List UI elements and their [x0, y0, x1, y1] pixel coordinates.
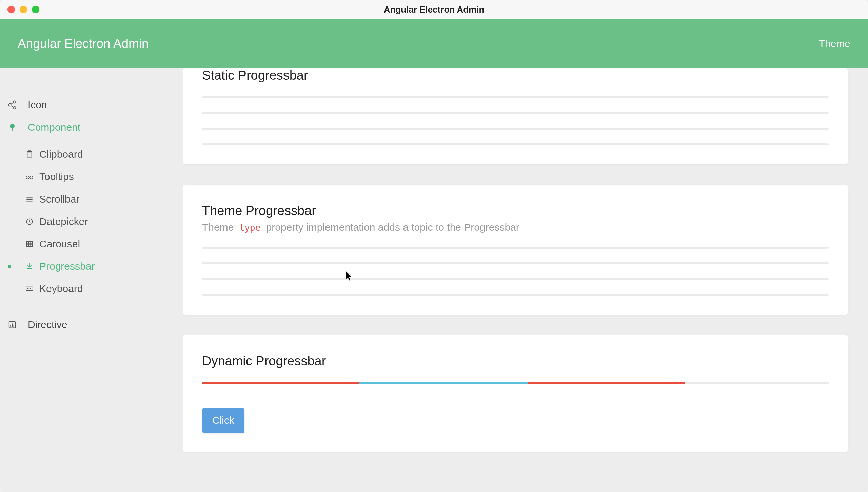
sidebar-subitem-scrollbar[interactable]: Scrollbar	[18, 188, 183, 210]
dynamic-progressbar-card: Dynamic Progressbar Click	[183, 335, 848, 452]
progressbar	[202, 278, 829, 280]
svg-point-26	[29, 288, 29, 288]
download-icon	[24, 262, 35, 271]
sidebar-item-label: Keyboard	[39, 283, 83, 295]
grid-icon	[24, 240, 35, 248]
progressbar	[202, 247, 829, 249]
progressbar	[202, 112, 829, 114]
svg-rect-6	[12, 128, 13, 131]
progressbar	[202, 143, 829, 145]
main-content: Static Progressbar Theme Progressbar The…	[183, 68, 868, 492]
sidebar-item-label: Tooltips	[39, 171, 74, 183]
sidebar-item-directive[interactable]: Directive	[0, 314, 183, 336]
svg-rect-18	[26, 241, 32, 246]
sidebar-item-label: Clipboard	[39, 149, 83, 160]
theme-progressbar-card: Theme Progressbar Theme type property im…	[183, 185, 848, 315]
svg-point-10	[30, 176, 33, 179]
svg-rect-24	[26, 287, 33, 291]
svg-point-1	[9, 104, 11, 106]
traffic-lights	[0, 6, 39, 13]
sidebar-item-label: Carousel	[39, 238, 80, 250]
svg-line-17	[29, 222, 31, 222]
subtitle-text: property implementation adds a topic to …	[263, 222, 519, 233]
static-progressbar-card: Static Progressbar	[183, 68, 848, 164]
theme-toggle[interactable]: Theme	[819, 38, 850, 50]
binoculars-icon	[24, 172, 35, 181]
sidebar-item-label: Progressbar	[39, 261, 95, 272]
svg-point-27	[31, 288, 31, 288]
window-title: Angular Electron Admin	[384, 4, 485, 15]
progressbar	[202, 262, 829, 264]
sidebar-subitem-tooltips[interactable]: Tooltips	[18, 166, 183, 188]
svg-line-3	[11, 103, 14, 105]
clock-icon	[24, 217, 35, 226]
sidebar-subitems: Clipboard Tooltips Scrollbar	[0, 138, 183, 300]
svg-point-25	[27, 288, 28, 288]
share-icon	[6, 100, 18, 110]
sidebar-item-label: Scrollbar	[39, 193, 79, 205]
app-window: Angular Electron Admin Angular Electron …	[0, 0, 868, 492]
dynamic-progressbar	[202, 382, 829, 384]
sidebar-item-component[interactable]: Component	[0, 116, 183, 138]
sidebar-subitem-clipboard[interactable]: Clipboard	[18, 143, 183, 166]
svg-point-2	[14, 107, 16, 109]
svg-point-9	[26, 176, 29, 179]
progressbar	[202, 96, 829, 98]
svg-line-4	[11, 106, 14, 107]
tree-icon	[6, 122, 18, 132]
keyboard-icon	[24, 284, 35, 293]
sidebar-subitem-progressbar[interactable]: Progressbar	[18, 255, 183, 278]
titlebar: Angular Electron Admin	[0, 0, 868, 19]
card-title: Theme Progressbar	[202, 204, 829, 218]
minimize-window-button[interactable]	[20, 6, 27, 13]
list-icon	[24, 195, 35, 204]
svg-point-5	[10, 124, 15, 129]
svg-point-0	[14, 101, 16, 103]
card-title: Dynamic Progressbar	[202, 354, 829, 368]
close-window-button[interactable]	[7, 6, 15, 13]
sidebar-subitem-keyboard[interactable]: Keyboard	[18, 278, 183, 300]
sidebar-item-label: Component	[28, 121, 80, 133]
code-snippet: type	[237, 222, 263, 233]
progressbar	[202, 128, 829, 130]
card-title: Static Progressbar	[202, 68, 829, 83]
card-subtitle: Theme type property implementation adds …	[202, 222, 829, 233]
sidebar-item-label: Directive	[28, 319, 67, 330]
app-header: Angular Electron Admin Theme	[0, 19, 868, 68]
sidebar-item-icon[interactable]: Icon	[0, 94, 183, 116]
subtitle-text: Theme	[202, 222, 237, 233]
sidebar-item-label: Icon	[28, 99, 47, 111]
sidebar-item-label: Datepicker	[39, 216, 88, 227]
svg-rect-29	[10, 325, 11, 327]
svg-rect-8	[28, 151, 31, 152]
body-area: Icon Component Clipboard	[0, 68, 868, 492]
clipboard-icon	[24, 150, 35, 159]
svg-rect-30	[12, 324, 13, 327]
maximize-window-button[interactable]	[32, 6, 39, 13]
sidebar-subitem-datepicker[interactable]: Datepicker	[18, 210, 183, 233]
svg-rect-31	[14, 325, 14, 327]
progressbar	[202, 294, 829, 296]
app-title: Angular Electron Admin	[18, 37, 149, 51]
sidebar-subitem-carousel[interactable]: Carousel	[18, 233, 183, 255]
chart-icon	[6, 320, 18, 329]
sidebar: Icon Component Clipboard	[0, 68, 183, 492]
click-button[interactable]: Click	[202, 408, 244, 433]
